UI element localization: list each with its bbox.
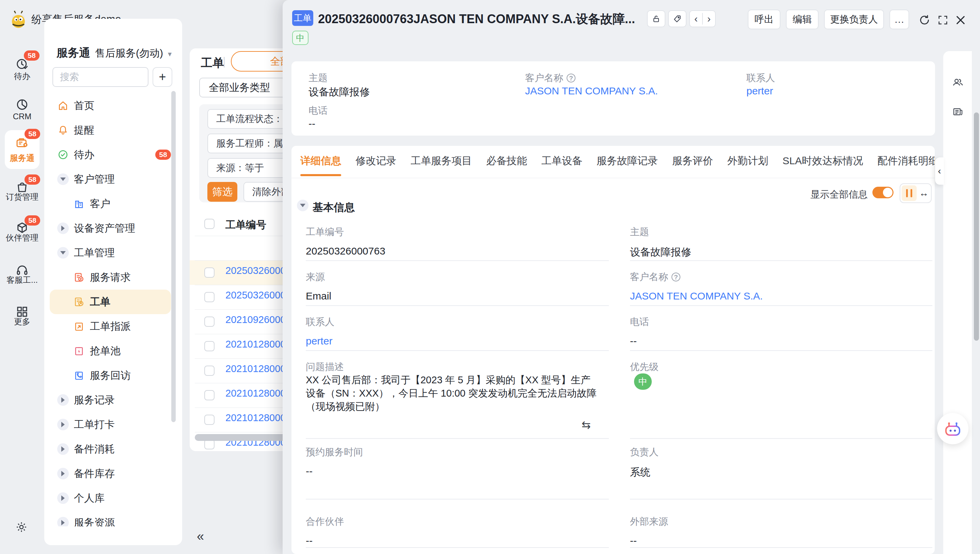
sidebar-item-dispatch[interactable]: 工单指派 xyxy=(44,314,171,338)
tab-fault-records[interactable]: 服务故障记录 xyxy=(597,154,658,168)
workorder-detail-drawer: 工单 20250326000763JASON TEN COMPANY S.A.设… xyxy=(283,0,980,554)
rail-item-partner-label: 伙伴管理 xyxy=(0,232,44,243)
filter-apply-button[interactable]: 筛选 xyxy=(207,182,237,202)
sidebar-group-parts-consume[interactable]: 备件消耗 xyxy=(44,437,171,461)
pause-columns-button[interactable] xyxy=(902,185,917,201)
change-owner-label: 更换负责人 xyxy=(830,13,878,26)
right-utility-rail xyxy=(943,51,972,554)
sidebar-item-order-pool[interactable]: 抢单池 xyxy=(44,338,171,363)
field-contact-link[interactable]: perter xyxy=(306,335,332,347)
rail-item-crm[interactable] xyxy=(0,97,44,112)
assistant-button[interactable] xyxy=(937,413,969,444)
sidebar-group-checkin[interactable]: 工单打卡 xyxy=(44,412,171,437)
row-checkbox[interactable] xyxy=(204,390,215,400)
row-checkbox[interactable] xyxy=(204,292,215,302)
field-underline xyxy=(630,438,932,439)
tab-field-plan[interactable]: 外勤计划 xyxy=(727,154,768,168)
tab-change-log[interactable]: 修改记录 xyxy=(355,154,396,168)
order-pool-icon xyxy=(73,345,85,357)
tab-devices[interactable]: 工单设备 xyxy=(541,154,582,168)
row-checkbox[interactable] xyxy=(204,316,215,327)
settings-button[interactable] xyxy=(15,520,28,533)
show-all-info-toggle[interactable] xyxy=(872,187,894,198)
sidebar-item-visit[interactable]: 服务回访 xyxy=(44,363,171,388)
field-customer-label-text: 客户名称 xyxy=(630,270,668,284)
field-subject-label: 主题 xyxy=(630,225,649,238)
row-checkbox[interactable] xyxy=(204,341,215,351)
sidebar-item-todo[interactable]: 待办 xyxy=(44,142,171,167)
sidebar-group-workorder-mgmt[interactable]: 工单管理 xyxy=(44,241,171,265)
tag-button[interactable] xyxy=(668,10,686,27)
sidebar-group-personal-stock[interactable]: 个人库 xyxy=(44,486,171,510)
sidebar-item-reminder[interactable]: 提醒 xyxy=(44,118,171,142)
field-customer-link[interactable]: JASON TEN COMPANY S.A. xyxy=(630,290,763,302)
field-contact-label: 联系人 xyxy=(306,316,334,329)
sidebar-item-home[interactable]: 首页 xyxy=(44,93,171,118)
sidebar-group-label: 服务记录 xyxy=(74,393,115,407)
record-nav-buttons: ‹ › xyxy=(689,10,716,27)
change-owner-button[interactable]: 更换负责人 xyxy=(824,10,884,29)
plus-icon: + xyxy=(159,71,166,83)
row-checkbox[interactable] xyxy=(204,366,215,376)
tab-detail-info[interactable]: 详细信息 xyxy=(300,154,341,168)
search-input[interactable] xyxy=(52,67,148,87)
sidebar-group-assets[interactable]: 设备资产管理 xyxy=(44,216,171,241)
tab-parts-detail[interactable]: 配件消耗明细 xyxy=(878,154,935,168)
sidebar-menu: 首页 提醒 待办 58 客户管理 客户 设备资产管理 工单管理 xyxy=(44,90,171,527)
workorder-link[interactable]: 202503260007 xyxy=(226,290,291,301)
add-button[interactable]: + xyxy=(153,67,172,87)
field-underline xyxy=(630,499,932,500)
sidebar-item-service-request[interactable]: 服务请求 xyxy=(44,265,171,290)
news-panel-button[interactable] xyxy=(952,105,964,118)
translate-icon[interactable]: ⇆ xyxy=(582,418,591,431)
team-panel-button[interactable] xyxy=(951,76,965,89)
tab-sla[interactable]: SLA时效达标情况 xyxy=(783,154,863,168)
tab-required-skills[interactable]: 必备技能 xyxy=(486,154,527,168)
workorder-link[interactable]: 202101280000 xyxy=(226,363,291,374)
select-all-checkbox[interactable] xyxy=(204,219,215,229)
lock-button[interactable] xyxy=(647,10,665,27)
summary-subject-value: 设备故障报修 xyxy=(309,85,370,99)
sidebar-scrollbar[interactable] xyxy=(171,91,176,422)
field-underline xyxy=(630,260,932,261)
expand-width-button[interactable]: ↔ xyxy=(917,188,931,199)
orders-badge: 58 xyxy=(24,174,40,185)
call-out-button[interactable]: 呼出 xyxy=(748,10,780,29)
help-icon[interactable]: ? xyxy=(566,73,576,83)
workorder-link[interactable]: 202503260007 xyxy=(226,265,291,276)
row-checkbox[interactable] xyxy=(204,267,215,278)
sidebar-item-label: 工单 xyxy=(90,295,110,309)
close-button[interactable] xyxy=(954,14,967,27)
fullscreen-button[interactable] xyxy=(937,14,949,26)
sidebar-item-customers[interactable]: 客户 xyxy=(44,192,171,216)
tab-service-items[interactable]: 工单服务项目 xyxy=(410,154,472,168)
workorder-link[interactable]: 202109260000 xyxy=(226,314,291,326)
detail-card: 详细信息 修改记录 工单服务项目 必备技能 工单设备 服务故障记录 服务评价 外… xyxy=(291,146,935,554)
row-checkbox[interactable] xyxy=(204,415,215,425)
edit-button[interactable]: 编辑 xyxy=(786,10,819,29)
workorder-link[interactable]: 202101280000 xyxy=(226,338,291,350)
tab-service-rating[interactable]: 服务评价 xyxy=(672,154,713,168)
refresh-button[interactable] xyxy=(918,14,931,27)
sidebar-group-parts-stock[interactable]: 备件库存 xyxy=(44,461,171,486)
sidebar-group-service-resource[interactable]: 服务资源 xyxy=(44,510,171,527)
summary-contact-label: 联系人 xyxy=(746,72,775,85)
workorder-link[interactable]: 202101280000 xyxy=(226,412,291,423)
drawer-scrollbar[interactable] xyxy=(974,112,979,341)
summary-phone-value: -- xyxy=(309,118,315,129)
summary-contact-link[interactable]: perter xyxy=(746,85,773,97)
sidebar-group-service-records[interactable]: 服务记录 xyxy=(44,388,171,412)
workorder-link[interactable]: 202101280000 xyxy=(226,388,291,399)
sidebar-app-switcher[interactable]: 服务通 售后服务(勿动) ▾ xyxy=(57,45,172,61)
more-actions-button[interactable]: … xyxy=(889,10,909,29)
prev-record-button[interactable]: ‹ xyxy=(690,13,703,24)
sidebar-group-customer-mgmt[interactable]: 客户管理 xyxy=(44,167,171,192)
section-collapse-caret[interactable] xyxy=(297,200,309,211)
sidebar-collapse-button[interactable]: « xyxy=(197,529,204,544)
summary-customer-link[interactable]: JASON TEN COMPANY S.A. xyxy=(525,85,658,97)
next-record-button[interactable]: › xyxy=(703,13,715,24)
edit-label: 编辑 xyxy=(793,13,812,26)
help-icon[interactable]: ? xyxy=(671,273,680,281)
sidebar-item-workorder[interactable]: 工单 xyxy=(44,290,171,314)
drawer-collapse-handle[interactable]: ‹ xyxy=(935,157,944,185)
